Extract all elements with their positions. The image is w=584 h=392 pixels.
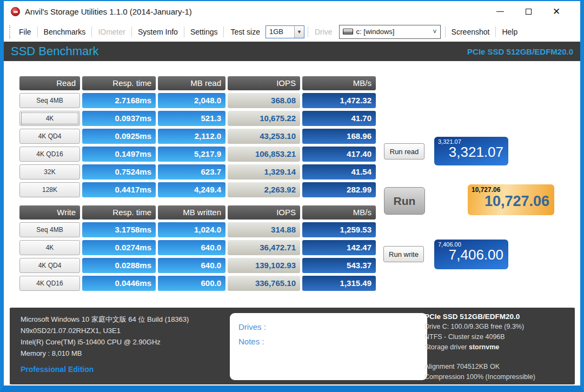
iops-cell: 106,853.21 <box>228 147 300 162</box>
edition-label: Professional Edition <box>21 364 189 375</box>
menu-separator <box>445 26 446 37</box>
mbs-cell: 282.99 <box>302 182 376 197</box>
resp-cell: 0.4417ms <box>82 182 156 197</box>
os-info: Microsoft Windows 10 家庭中文版 64 位 Build (1… <box>21 314 189 325</box>
write-header: Write <box>19 205 80 220</box>
iops-cell: 336,765.10 <box>228 276 300 291</box>
run-button[interactable]: Run <box>384 187 425 215</box>
mbs-cell: 543.37 <box>302 258 376 273</box>
drives-label: Drives : <box>238 320 419 334</box>
minimize-button[interactable] <box>486 1 514 22</box>
read-row-4kqd16[interactable]: 4K QD16 <box>19 147 80 162</box>
mb-read-header: MB read <box>158 76 225 90</box>
dropdown-arrow-icon[interactable]: ▼ <box>294 26 304 38</box>
mb-cell: 1,024.0 <box>158 222 225 237</box>
mb-cell: 2,048.0 <box>158 93 225 108</box>
menu-system-info[interactable]: System Info <box>133 25 183 38</box>
read-row-seq4mb[interactable]: Seq 4MB <box>19 93 80 108</box>
resp-cell: 0.0288ms <box>82 258 156 273</box>
mbs-cell: 41.70 <box>302 111 376 126</box>
resp-cell: 2.7168ms <box>82 93 156 108</box>
mbs-cell: 1,259.53 <box>302 222 376 237</box>
mb-cell: 640.0 <box>158 258 225 273</box>
run-write-button[interactable]: Run write <box>383 246 424 262</box>
drive-select[interactable]: c: [windows] ˅ <box>339 25 441 39</box>
menu-separator <box>308 26 308 37</box>
mbs-cell: 417.40 <box>302 147 376 162</box>
write-row-4k[interactable]: 4K <box>19 240 80 255</box>
title-bar: Anvil's Storage Utilities 1.1.0 (2014-Ja… <box>4 1 580 22</box>
iops-cell: 1,329.14 <box>228 164 300 180</box>
mbs-cell: 41.54 <box>302 164 376 180</box>
system-info-panel: Microsoft Windows 10 家庭中文版 64 位 Build (1… <box>10 308 575 384</box>
read-row-4kqd4[interactable]: 4K QD4 <box>19 129 80 144</box>
menu-separator <box>37 26 38 37</box>
cpu-info: Intel(R) Core(TM) i5-10400 CPU @ 2.90GHz <box>21 336 189 348</box>
minimize-icon <box>496 11 504 12</box>
write-row-seq4mb[interactable]: Seq 4MB <box>19 222 80 237</box>
resp-cell: 0.1497ms <box>82 147 156 162</box>
read-score-box: 3,321.07 3,321.07 <box>434 137 508 165</box>
memory-info: Memory : 8,010 MB <box>21 348 189 359</box>
run-read-button[interactable]: Run read <box>384 143 424 160</box>
resp-cell: 0.0925ms <box>82 129 156 144</box>
menu-iometer: IOmeter <box>93 25 130 38</box>
mbs-cell: 1,315.49 <box>302 276 376 291</box>
menu-benchmarks[interactable]: Benchmarks <box>39 25 91 38</box>
menu-bar: File Benchmarks IOmeter System Info Sett… <box>4 22 580 42</box>
menu-settings[interactable]: Settings <box>185 25 223 38</box>
compression-info: Compression 100% (Incompressible) <box>424 372 535 382</box>
notes-box[interactable]: Drives : Notes : <box>230 313 427 380</box>
chevron-down-icon: ˅ <box>433 28 437 36</box>
write-score-box: 7,406.00 7,406.00 <box>434 240 508 269</box>
read-row-32k[interactable]: 32K <box>19 164 80 180</box>
iops-cell: 368.08 <box>228 93 300 108</box>
board-info: N9x0SD2/1.07.02RHZX1, U3E1 <box>21 325 189 336</box>
mbs-cell: 142.47 <box>302 240 376 255</box>
menu-screenshot[interactable]: Screenshot <box>447 25 495 38</box>
mb-cell: 4,249.4 <box>158 182 225 197</box>
section-header: SSD Benchmark PCIe SSD 512GB/EDFM20.0 <box>4 42 580 61</box>
window-title: Anvil's Storage Utilities 1.1.0 (2014-Ja… <box>25 7 192 16</box>
toolbar-grip[interactable] <box>9 25 10 38</box>
mb-cell: 623.7 <box>158 164 225 180</box>
resp-cell: 0.0274ms <box>82 240 156 255</box>
device-name: PCIe SSD 512GB/EDFM20.0 <box>467 47 573 56</box>
menu-help[interactable]: Help <box>497 25 522 38</box>
total-score-small: 10,727.06 <box>472 186 549 194</box>
write-score-value: 7,406.00 <box>438 248 503 262</box>
iops-cell: 43,253.10 <box>228 129 300 144</box>
iops-cell: 139,102.93 <box>228 258 300 273</box>
write-table: Write Resp. time MB written IOPS MB/s Se… <box>19 205 376 291</box>
read-row-4k[interactable]: 4K <box>19 111 80 126</box>
close-button[interactable]: ✕ <box>542 1 570 22</box>
mb-cell: 640.0 <box>158 240 225 255</box>
write-row-4kqd4[interactable]: 4K QD4 <box>19 258 80 273</box>
read-row-128k[interactable]: 128K <box>19 182 80 197</box>
test-size-select[interactable]: 1GB ▼ <box>266 25 304 38</box>
mb-cell: 521.3 <box>158 111 225 126</box>
mb-written-header: MB written <box>158 205 225 220</box>
menu-separator <box>223 26 224 37</box>
system-info-block: Microsoft Windows 10 家庭中文版 64 位 Build (1… <box>21 314 189 375</box>
resp-cell: 3.1758ms <box>82 222 156 237</box>
write-row-4kqd16[interactable]: 4K QD16 <box>19 276 80 291</box>
maximize-button[interactable] <box>514 1 542 22</box>
mbs-cell: 168.96 <box>302 129 376 144</box>
resp-cell: 0.0937ms <box>82 111 156 126</box>
menu-separator <box>184 26 184 37</box>
drive-info-block: PCIe SSD 512GB/EDFM20.0 Drive C: 100.0/9… <box>424 311 535 382</box>
drive-filesystem: NTFS - Cluster size 4096B <box>424 332 535 342</box>
drive-capacity: Drive C: 100.0/9.3GB free (9.3%) <box>424 322 535 332</box>
mbs-header: MB/s <box>302 205 376 220</box>
iops-cell: 36,472.71 <box>228 240 300 255</box>
spacer <box>424 353 535 362</box>
maximize-icon <box>526 9 532 15</box>
test-size-value: 1GB <box>266 26 294 38</box>
notes-label: Notes : <box>238 334 419 349</box>
mb-cell: 600.0 <box>158 276 225 291</box>
resp-cell: 0.7524ms <box>82 164 156 180</box>
storage-driver-line: Storage driver stornvme <box>424 342 535 353</box>
menu-file[interactable]: File <box>14 25 36 38</box>
read-table: Read Resp. time MB read IOPS MB/s Seq 4M… <box>19 76 376 197</box>
